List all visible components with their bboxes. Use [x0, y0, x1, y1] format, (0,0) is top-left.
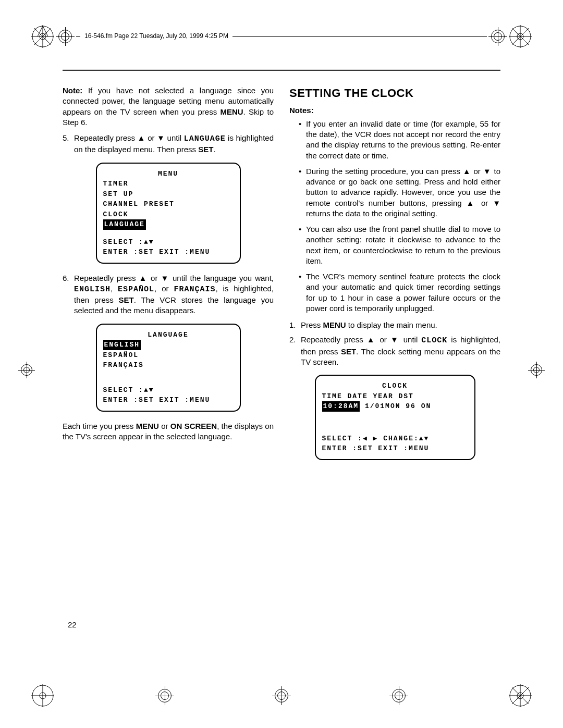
up-down-arrows-icon: ▲ or ▼	[367, 335, 400, 344]
list-item: You can also use the front panel shuttle…	[299, 224, 500, 266]
crop-header: 16-546.fm Page 22 Tuesday, July 20, 1999…	[31, 25, 532, 48]
crop-radial-bottom-left	[31, 684, 54, 707]
page-number: 22	[68, 620, 77, 629]
reg-mark-left	[21, 364, 32, 376]
reg-mark-bottom-left	[158, 689, 172, 702]
crop-radial-top-right	[509, 25, 532, 48]
osd-highlight: ENGLISH	[103, 340, 141, 350]
reg-mark-bottom-mid	[275, 689, 288, 702]
reg-mark-bottom-right	[392, 689, 406, 702]
crop-radial-bottom-right	[509, 684, 532, 707]
osd-highlight: 10:28AM	[322, 401, 360, 412]
step-5: 5. Repeatedly press ▲ or ▼ until LANGUAG…	[63, 133, 274, 155]
osd-title: MENU	[103, 169, 234, 179]
reg-mark-top-right	[491, 30, 505, 43]
list-item: During the setting procedure, you can pr…	[299, 166, 500, 219]
step-2: 2. Repeatedly press ▲ or ▼ until CLOCK i…	[289, 335, 500, 367]
osd-title: CLOCK	[322, 381, 468, 391]
left-column: Note: If you have not selected a languag…	[63, 85, 274, 470]
header-meta-text: 16-546.fm Page 22 Tuesday, July 20, 1999…	[80, 32, 232, 40]
step-number: 5.	[63, 133, 74, 155]
list-item: If you enter an invalid date or time (fo…	[299, 119, 500, 161]
step-6: 6. Repeatedly press ▲ or ▼ until the lan…	[63, 273, 274, 316]
list-item: The VCR's memory sentinel feature protec…	[299, 272, 500, 314]
note-paragraph: Note: If you have not selected a languag…	[63, 85, 274, 128]
content-frame: Note: If you have not selected a languag…	[63, 69, 500, 470]
crop-radial-top-left	[31, 25, 54, 48]
up-down-arrows-icon: ▲ or ▼	[138, 133, 165, 142]
osd-menu-main: MENU TIMER SET UP CHANNEL PRESET CLOCK L…	[96, 163, 241, 264]
reg-mark-top-left	[58, 30, 72, 43]
notes-list: If you enter an invalid date or time (fo…	[299, 119, 500, 314]
up-down-arrows-icon: ▲ or ▼	[139, 274, 170, 282]
step-number: 6.	[63, 273, 74, 316]
osd-menu-clock: CLOCK TIME DATE YEAR DST 10:28AM 1/01MON…	[315, 375, 475, 460]
osd-title: LANGUAGE	[103, 330, 234, 340]
right-column: SETTING THE CLOCK Notes: If you enter an…	[289, 85, 500, 470]
section-heading: SETTING THE CLOCK	[289, 85, 500, 101]
step-number: 2.	[289, 335, 301, 367]
step-number: 1.	[289, 320, 301, 330]
note-label: Note:	[63, 86, 82, 95]
osd-menu-language: LANGUAGE ENGLISH ESPAÑOL FRANÇAIS SELECT…	[96, 324, 241, 412]
closing-paragraph: Each time you press MENU or ON SCREEN, t…	[63, 421, 274, 442]
step-1: 1. Press MENU to display the main menu.	[289, 320, 500, 330]
notes-label: Notes:	[289, 105, 500, 116]
crop-footer	[31, 684, 532, 707]
header-rule: 16-546.fm Page 22 Tuesday, July 20, 1999…	[76, 36, 487, 37]
reg-mark-right	[531, 364, 542, 376]
page: 16-546.fm Page 22 Tuesday, July 20, 1999…	[0, 0, 563, 728]
osd-highlight: LANGUAGE	[103, 219, 146, 230]
